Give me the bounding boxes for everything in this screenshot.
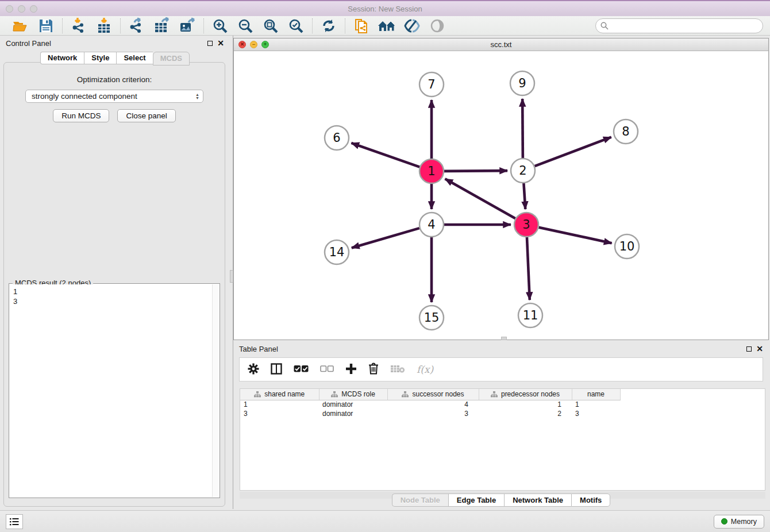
graph-node-label: 14 [329, 245, 345, 259]
column-label: shared name [264, 390, 305, 398]
table-toolbar: f(x) [239, 357, 763, 381]
tab-select[interactable]: Select [116, 52, 152, 64]
search-input[interactable] [595, 18, 763, 33]
network-window: ✕ – + scc.txt 7968124314101511 [233, 38, 769, 340]
tab-style[interactable]: Style [84, 52, 116, 64]
zoom-out-icon[interactable] [236, 17, 255, 34]
app-title: Session: New Session [0, 5, 770, 13]
column-header-successor-nodes[interactable]: successor nodes [387, 389, 479, 400]
graph-node-label: 9 [518, 76, 526, 90]
table-cell[interactable]: 3 [572, 409, 620, 418]
column-view-icon[interactable] [271, 363, 282, 376]
zoom-fit-icon[interactable] [261, 17, 280, 34]
graph-node-label: 11 [523, 309, 538, 322]
graph-edge-1-2[interactable] [444, 171, 507, 171]
result-scrollbar[interactable] [212, 284, 219, 497]
tab-network[interactable]: Network [40, 52, 84, 64]
export-image-icon[interactable] [178, 17, 197, 34]
graph-edge-3-10[interactable] [538, 228, 611, 244]
table-cell[interactable]: 1 [572, 400, 620, 409]
graph-node-label: 10 [619, 240, 635, 253]
table-tabs: Node Table Edge Table Network Table Moti… [233, 494, 769, 507]
tab-mcds[interactable]: MCDS [153, 52, 190, 65]
birds-eye-view-icon[interactable] [428, 17, 447, 34]
hide-graphics-details-icon[interactable] [402, 17, 422, 34]
table-header-row[interactable]: shared nameMCDS rolesuccessor nodesprede… [240, 389, 627, 400]
column-header-predecessor-nodes[interactable]: predecessor nodes [479, 389, 572, 400]
graph-node-label: 7 [428, 78, 435, 91]
memory-button[interactable]: Memory [714, 515, 764, 529]
control-panel: Control Panel ✕ Network Style Select MCD… [0, 36, 230, 509]
deselect-all-checkboxes-icon[interactable] [320, 365, 334, 375]
float-table-panel-icon[interactable] [746, 346, 752, 352]
column-header-MCDS-role[interactable]: MCDS role [319, 389, 387, 400]
graph-edge-4-14[interactable] [352, 228, 419, 248]
table-cell[interactable]: 3 [387, 409, 479, 418]
table-row[interactable]: 3dominator323 [240, 409, 627, 418]
graph-edge-3-1[interactable] [445, 179, 515, 218]
export-table-icon[interactable] [152, 17, 172, 34]
network-resize-grip[interactable] [501, 337, 507, 340]
close-panel-icon[interactable]: ✕ [217, 39, 224, 47]
column-header-shared-name[interactable]: shared name [240, 389, 319, 400]
table-cell[interactable]: 2 [479, 409, 572, 418]
select-all-checkboxes-icon[interactable] [294, 365, 309, 375]
open-session-icon[interactable] [11, 17, 30, 34]
main-toolbar [0, 16, 770, 36]
run-mcds-button[interactable]: Run MCDS [53, 109, 109, 122]
graph-edge-3-11[interactable] [527, 237, 530, 300]
graph-edge-2-3[interactable] [523, 183, 525, 209]
column-label: predecessor nodes [501, 390, 560, 398]
close-table-panel-icon[interactable]: ✕ [756, 345, 763, 353]
graph-node-label: 4 [428, 218, 435, 232]
table-panel: Table Panel ✕ f(x) shared nam [233, 341, 769, 508]
criterion-select[interactable]: strongly connected component ▲▼ [25, 90, 203, 103]
import-network-icon[interactable] [69, 17, 88, 34]
houses-icon[interactable] [377, 17, 396, 34]
function-builder-icon[interactable]: f(x) [417, 364, 433, 375]
table-cell[interactable]: dominator [319, 409, 387, 418]
delete-column-icon[interactable] [368, 363, 379, 376]
table-row[interactable]: 1dominator411 [240, 400, 627, 409]
gear-icon[interactable] [248, 363, 259, 376]
network-graph[interactable]: 7968124314101511 [234, 51, 768, 340]
export-network-icon[interactable] [127, 17, 147, 34]
tab-network-table[interactable]: Network Table [504, 494, 571, 507]
add-column-icon[interactable] [345, 363, 357, 376]
criterion-value: strongly connected component [32, 92, 137, 101]
table-cell[interactable]: 1 [240, 400, 319, 409]
tab-motifs[interactable]: Motifs [571, 494, 610, 507]
table-cell[interactable]: dominator [319, 400, 387, 409]
tab-edge-table[interactable]: Edge Table [448, 494, 504, 507]
delete-table-icon[interactable] [390, 364, 405, 375]
graph-node-label: 2 [519, 164, 526, 178]
new-network-from-selection-icon[interactable] [352, 17, 371, 34]
table-cell[interactable]: 3 [240, 409, 319, 418]
network-window-titlebar[interactable]: ✕ – + scc.txt [234, 38, 768, 51]
task-history-button[interactable] [6, 514, 23, 529]
graph-edge-2-9[interactable] [522, 99, 523, 158]
column-header-name[interactable]: name [572, 389, 620, 400]
optimization-criterion-label: Optimization criterion: [6, 75, 222, 84]
network-canvas[interactable]: 7968124314101511 [234, 51, 768, 340]
close-panel-button[interactable]: Close panel [117, 109, 175, 122]
column-label: name [587, 390, 605, 398]
app-titlebar: Session: New Session [0, 0, 770, 16]
table-cell[interactable]: 4 [387, 400, 479, 409]
search-icon [600, 22, 609, 32]
table-cell[interactable]: 1 [479, 400, 572, 409]
import-table-icon[interactable] [94, 17, 114, 34]
zoom-selected-icon[interactable] [286, 17, 306, 34]
zoom-in-icon[interactable] [210, 17, 230, 34]
float-panel-icon[interactable] [207, 41, 213, 46]
graph-edge-2-8[interactable] [535, 137, 611, 167]
apply-layout-icon[interactable] [319, 17, 338, 34]
tab-node-table[interactable]: Node Table [392, 494, 448, 507]
node-table[interactable]: shared nameMCDS rolesuccessor nodesprede… [240, 388, 765, 491]
save-session-icon[interactable] [36, 17, 56, 34]
status-bar: Memory [0, 510, 770, 532]
mcds-result-list[interactable]: 1 3 [10, 284, 212, 497]
graph-edge-1-6[interactable] [351, 143, 419, 167]
mcds-result-line: 3 [13, 296, 209, 306]
hierarchy-icon [491, 391, 498, 398]
